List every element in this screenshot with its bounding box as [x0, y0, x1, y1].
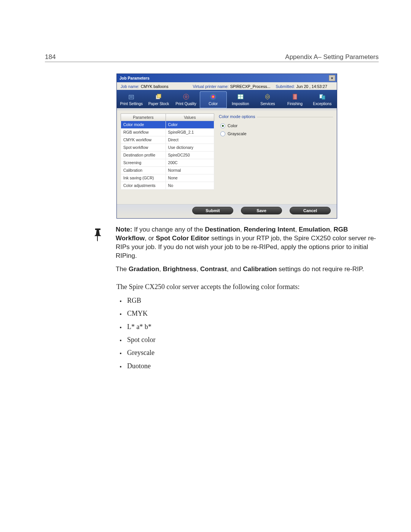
cancel-button[interactable]: Cancel: [290, 207, 331, 215]
svg-rect-0: [129, 95, 134, 99]
finishing-icon: [291, 93, 299, 101]
tab-label: Paper Stock: [148, 102, 169, 106]
tab-print-settings[interactable]: Print Settings: [118, 91, 145, 108]
job-name-value: CMYK balloons: [141, 84, 168, 89]
list-item: RGB: [126, 296, 379, 305]
exceptions-icon: [318, 93, 327, 101]
table-row[interactable]: RGB workflowSpireRGB_2.1: [121, 128, 214, 136]
table-row[interactable]: Destination profileSpireDC250: [121, 151, 214, 159]
svg-rect-16: [322, 96, 325, 99]
imposition-icon: [236, 93, 245, 101]
services-icon: [263, 93, 272, 101]
svg-rect-4: [157, 94, 161, 98]
options-title: Color mode options: [219, 114, 333, 119]
job-parameters-dialog: Job Parameters × Job name: CMYK balloons…: [116, 73, 337, 219]
submit-button[interactable]: Submit: [192, 207, 233, 215]
list-item: L* a* b*: [126, 322, 379, 331]
tab-strip: Print Settings Paper Stock Print Quality: [117, 90, 337, 108]
tab-finishing[interactable]: Finishing: [282, 91, 309, 108]
list-item: Spot color: [126, 335, 379, 344]
table-row[interactable]: CalibrationNormal: [121, 166, 214, 174]
tab-services[interactable]: Services: [254, 91, 281, 108]
page-number: 184: [45, 53, 56, 61]
tab-imposition[interactable]: Imposition: [227, 91, 254, 108]
radio-label: Color: [228, 123, 237, 128]
svg-point-7: [186, 96, 186, 97]
table-row[interactable]: Color modeColor: [121, 121, 214, 128]
pushpin-icon: [90, 226, 106, 246]
radio-grayscale[interactable]: Grayscale: [219, 131, 333, 136]
list-item: Duotone: [126, 361, 379, 371]
print-quality-icon: [182, 93, 190, 101]
tab-label: Print Quality: [175, 102, 196, 106]
paper-stock-icon: [155, 93, 163, 101]
tab-label: Exceptions: [313, 102, 331, 106]
radio-icon: [220, 131, 225, 136]
svg-point-8: [210, 94, 216, 100]
tab-label: Finishing: [287, 102, 303, 106]
radio-label: Grayscale: [228, 131, 247, 136]
dialog-info-line: Job name: CMYK balloons Virtual printer …: [117, 82, 337, 90]
tab-label: Color: [209, 102, 218, 106]
virtual-printer-label: Virtual printer name:: [193, 84, 228, 89]
dialog-titlebar[interactable]: Job Parameters ×: [117, 74, 337, 82]
list-item: CMYK: [126, 309, 379, 318]
tab-label: Services: [260, 102, 275, 106]
tab-paper-stock[interactable]: Paper Stock: [145, 91, 172, 108]
table-row[interactable]: Screening200C: [121, 159, 214, 166]
radio-color[interactable]: Color: [219, 123, 333, 128]
note-text: Note: If you change any of the Destinati…: [116, 225, 379, 278]
job-name-label: Job name:: [121, 84, 139, 89]
tab-label: Print Settings: [120, 102, 143, 106]
intro-line: The Spire CX250 color server accepts the…: [116, 282, 379, 291]
header-title: Appendix A– Setting Parameters: [285, 53, 379, 61]
tab-exceptions[interactable]: Exceptions: [309, 91, 336, 108]
dialog-title: Job Parameters: [119, 76, 150, 80]
table-row[interactable]: CMYK workflowDirect: [121, 136, 214, 144]
table-row[interactable]: Ink saving (GCR)None: [121, 174, 214, 182]
dialog-buttons: Submit Save Cancel: [117, 204, 337, 219]
radio-icon: [220, 123, 225, 128]
body-text: The Spire CX250 color server accepts the…: [116, 282, 379, 371]
page-header: 184 Appendix A– Setting Parameters: [45, 53, 379, 62]
color-mode-options-panel: Color mode options Color Grayscale: [219, 113, 333, 201]
close-icon[interactable]: ×: [329, 75, 335, 81]
parameters-table[interactable]: Parameters Values Color modeColor RGB wo…: [121, 113, 214, 201]
print-settings-icon: [127, 93, 135, 101]
col-parameters[interactable]: Parameters: [121, 113, 166, 121]
svg-point-12: [267, 96, 269, 98]
save-button[interactable]: Save: [241, 207, 282, 215]
submitted-label: Submitted:: [276, 84, 295, 89]
submitted-value: Jun 20 , 14:53:27: [296, 84, 327, 89]
color-icon: [209, 93, 217, 101]
tab-color[interactable]: Color: [200, 91, 227, 108]
table-row[interactable]: Color adjustmentsNo: [121, 182, 214, 189]
note-block: Note: If you change any of the Destinati…: [90, 225, 379, 278]
list-item: Greyscale: [126, 348, 379, 357]
col-values[interactable]: Values: [166, 113, 214, 121]
table-row[interactable]: Spot workflowUse dictionary: [121, 144, 214, 151]
virtual-printer-value: SPIRECXP_Process...: [230, 84, 271, 89]
tab-label: Imposition: [232, 102, 249, 106]
format-list: RGB CMYK L* a* b* Spot color Greyscale D…: [126, 296, 379, 371]
tab-print-quality[interactable]: Print Quality: [172, 91, 199, 108]
